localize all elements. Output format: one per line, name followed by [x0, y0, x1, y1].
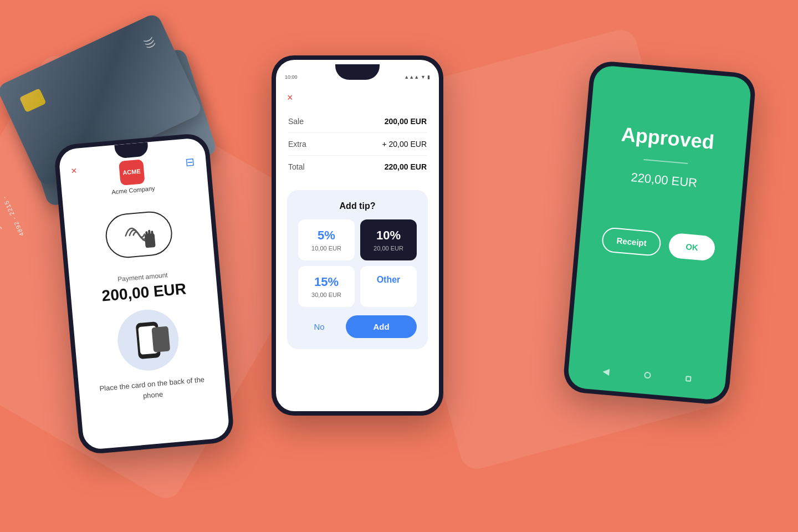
home-nav-button[interactable] — [644, 371, 651, 378]
extra-label: Extra — [288, 140, 306, 149]
tip-5-button[interactable]: 5% 10,00 EUR — [298, 219, 355, 260]
extra-value: + 20,00 EUR — [382, 140, 427, 149]
tip-15-eur: 30,00 EUR — [311, 291, 341, 298]
card-chip — [19, 88, 47, 112]
recent-nav-button[interactable] — [686, 376, 692, 382]
phone-left-screen: × AC ME Acme Company ⊟ — [58, 137, 230, 451]
phone-right: Approved 220,00 EUR Receipt OK ◀ — [562, 60, 756, 406]
approved-divider — [643, 159, 688, 164]
wallet-icon[interactable]: ⊟ — [185, 155, 196, 168]
tip-10-eur: 20,00 EUR — [374, 245, 403, 252]
tip-15-button[interactable]: 15% 30,00 EUR — [298, 266, 355, 307]
ok-button[interactable]: OK — [668, 233, 716, 262]
center-phone-content: × Sale 200,00 EUR Extra + 20,00 EUR Tota… — [276, 81, 439, 411]
add-button[interactable]: Add — [346, 315, 417, 338]
right-phone-content: Approved 220,00 EUR Receipt OK — [567, 65, 752, 401]
sale-row: Sale 200,00 EUR — [288, 110, 427, 133]
tip-other-button[interactable]: Other — [360, 266, 417, 307]
payment-amount: 200,00 EUR — [101, 280, 187, 305]
phone-center-screen: 10:00 ▲▲▲ ▼ ▮ × Sale 200,00 EUR Extra + … — [276, 60, 439, 411]
center-close-button[interactable]: × — [287, 92, 428, 104]
extra-row: Extra + 20,00 EUR — [288, 133, 427, 156]
total-label: Total — [288, 162, 305, 171]
total-value: 220,00 EUR — [385, 162, 427, 171]
sale-value: 200,00 EUR — [385, 117, 427, 126]
status-time: 10:00 — [285, 74, 298, 80]
phone-left: × AC ME Acme Company ⊟ — [53, 132, 235, 455]
acme-company-name: Acme Company — [111, 185, 155, 196]
tip-actions: No Add — [298, 315, 417, 338]
nfc-illustration — [104, 209, 174, 259]
nfc-svg — [112, 216, 165, 254]
sale-label: Sale — [288, 117, 304, 126]
tip-grid: 5% 10,00 EUR 10% 20,00 EUR 15% 30,00 EUR… — [298, 219, 417, 307]
wifi-icon: ▼ — [421, 74, 426, 80]
tip-title: Add tip? — [298, 201, 417, 211]
tip-10-button[interactable]: 10% 20,00 EUR — [360, 219, 417, 260]
sale-table: Sale 200,00 EUR Extra + 20,00 EUR Total … — [287, 109, 428, 179]
acme-icon: AC ME — [119, 159, 145, 186]
card-wifi-icon: ))) — [143, 36, 158, 50]
phone-right-screen: Approved 220,00 EUR Receipt OK ◀ — [567, 65, 752, 401]
place-card-text: Place the card on the back of the phone — [90, 374, 216, 406]
tip-10-percent: 10% — [376, 228, 401, 243]
center-notch — [335, 64, 380, 80]
approved-title: Approved — [620, 122, 715, 154]
acme-logo: AC ME Acme Company — [109, 158, 155, 196]
signal-icon: ▲▲▲ — [404, 74, 419, 80]
approved-amount: 220,00 EUR — [630, 170, 698, 190]
status-icons: ▲▲▲ ▼ ▮ — [404, 74, 430, 80]
no-button[interactable]: No — [298, 315, 340, 338]
left-phone-header: × AC ME Acme Company ⊟ — [70, 155, 197, 198]
phone-circle-illustration — [115, 307, 181, 373]
receipt-button[interactable]: Receipt — [601, 227, 662, 257]
battery-icon: ▮ — [427, 74, 430, 80]
tip-other-label: Other — [377, 275, 401, 285]
left-phone-content: × AC ME Acme Company ⊟ — [58, 137, 230, 451]
tip-section: Add tip? 5% 10,00 EUR 10% 20,00 EUR 15% … — [287, 190, 428, 349]
left-close-button[interactable]: × — [70, 165, 77, 177]
total-row: Total 220,00 EUR — [288, 156, 427, 178]
tip-5-percent: 5% — [318, 228, 335, 243]
payment-label: Payment amount — [117, 271, 168, 283]
approved-actions: Receipt OK — [601, 227, 716, 262]
tip-15-percent: 15% — [314, 275, 339, 289]
card-mini — [151, 326, 170, 352]
phone-center: 10:00 ▲▲▲ ▼ ▮ × Sale 200,00 EUR Extra + … — [272, 55, 443, 416]
tip-5-eur: 10,00 EUR — [311, 245, 341, 252]
back-nav-button[interactable]: ◀ — [602, 366, 610, 377]
